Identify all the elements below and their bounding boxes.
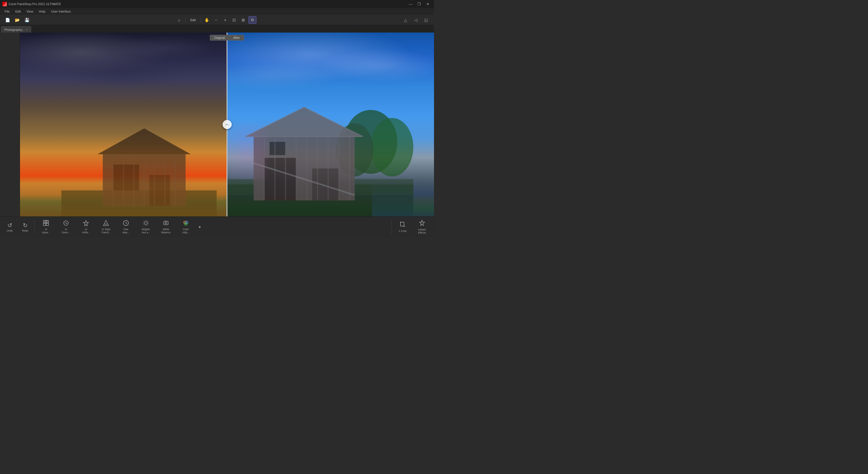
svg-point-56 — [184, 222, 187, 225]
expand-icon: ▾ — [199, 225, 201, 229]
redo-button[interactable]: ↻ Redo — [18, 218, 33, 236]
save-button[interactable]: 💾 — [23, 16, 31, 24]
crop-label: 1 Crop — [399, 229, 406, 233]
tab-close-button[interactable]: × — [26, 28, 28, 31]
minimize-button[interactable]: — — [407, 1, 414, 7]
undo-button[interactable]: ↺ Undo — [2, 218, 17, 236]
svg-rect-35 — [43, 223, 46, 226]
canvas-size-button[interactable]: ◱ — [422, 16, 431, 24]
color-adj-button[interactable]: ColorAdju... — [176, 218, 195, 236]
color-adj-label: ColorAdju... — [182, 228, 190, 234]
ai-denoise-icon — [63, 220, 69, 227]
toolbar: 📄 📂 💾 ⌂ Edit ✋ − + ⊡ ⊞ ⧉ △ — [0, 15, 434, 25]
svg-rect-21 — [312, 168, 339, 200]
crop-icon — [399, 221, 406, 229]
canvas-area: Original After — [20, 33, 434, 216]
split-view-button[interactable]: ⧉ — [248, 16, 256, 24]
home-icon: ⌂ — [178, 18, 180, 22]
toolbar-center: ⌂ Edit ✋ − + ⊡ ⊞ ⧉ — [175, 16, 257, 24]
toolbar-right: △ ◁ ◱ — [401, 16, 431, 24]
main-area: Original After — [0, 33, 434, 216]
one-step-icon — [123, 220, 129, 227]
svg-rect-61 — [401, 222, 404, 226]
instant-effects-button[interactable]: InstantEffects — [412, 218, 432, 236]
after-image-panel — [227, 33, 434, 216]
expand-tools-button[interactable]: ▾ — [196, 218, 203, 236]
crop-view-icon: ⊞ — [242, 18, 245, 22]
split-handle[interactable]: ↔ — [222, 120, 231, 129]
fit-button[interactable]: ⊡ — [230, 16, 238, 24]
ai-upscale-button[interactable]: AIUpsa... — [36, 218, 56, 236]
original-label[interactable]: Original — [210, 35, 229, 40]
close-button[interactable]: ✕ — [424, 1, 432, 7]
one-step-button[interactable]: Onestep... — [116, 218, 135, 236]
document-tab[interactable]: Photography... × — [1, 26, 31, 33]
split-divider[interactable]: ↔ — [227, 33, 227, 216]
sunset-glow — [20, 143, 227, 216]
redo-label: Redo — [22, 229, 28, 232]
open-button[interactable]: 📂 — [13, 16, 21, 24]
toolbar-separator-2 — [200, 17, 200, 23]
bottom-toolbar: ↺ Undo ↻ Redo AIUpsa... AIDeno... — [0, 216, 434, 237]
brightness-button[interactable]: Brightness a... — [136, 218, 156, 236]
ai-style-icon — [103, 220, 109, 227]
split-icon: ⧉ — [251, 18, 254, 22]
zoom-out-button[interactable]: − — [212, 16, 220, 24]
titlebar-controls: — ❐ ✕ — [407, 1, 432, 7]
rotate-left-button[interactable]: △ — [401, 16, 410, 24]
original-image-panel — [20, 33, 227, 216]
menu-ui[interactable]: User Interface — [49, 9, 73, 14]
app-title: Corel PaintShop Pro 2021 ULTIMATE — [8, 2, 61, 6]
color-adj-icon — [183, 220, 189, 227]
undo-icon: ↺ — [7, 222, 12, 229]
svg-line-47 — [144, 221, 145, 221]
crop-view-button[interactable]: ⊞ — [239, 16, 247, 24]
restore-button[interactable]: ❐ — [415, 1, 423, 7]
svg-line-48 — [148, 224, 148, 225]
menu-view[interactable]: View — [24, 9, 36, 14]
flip-button[interactable]: ◁ — [411, 16, 420, 24]
svg-marker-38 — [83, 220, 89, 226]
split-handle-icon: ↔ — [225, 122, 229, 127]
hand-icon: ✋ — [205, 18, 209, 22]
hand-tool-button[interactable]: ✋ — [203, 16, 211, 24]
ai-style-button[interactable]: AI StyleTransf... — [96, 218, 116, 236]
ai-artifact-button[interactable]: AIArtifa... — [76, 218, 96, 236]
crop-tool-button[interactable]: 1 Crop — [393, 218, 412, 236]
ai-upscale-icon — [43, 220, 49, 227]
ai-upscale-label: AIUpsa... — [42, 228, 50, 234]
before-after-labels: Original After — [210, 35, 244, 40]
zoom-in-button[interactable]: + — [221, 16, 229, 24]
instant-effects-icon — [419, 220, 425, 227]
toolbar-left: 📄 📂 💾 — [3, 16, 31, 24]
white-balance-icon — [163, 220, 169, 227]
svg-rect-20 — [265, 158, 297, 200]
svg-marker-62 — [420, 220, 425, 226]
ai-denoise-button[interactable]: AIDeno... — [56, 218, 76, 236]
ai-style-label: AI StyleTransf... — [101, 228, 111, 234]
new-button[interactable]: 📄 — [3, 16, 11, 24]
titlebar: Corel PaintShop Pro 2021 ULTIMATE — ❐ ✕ — [0, 0, 434, 8]
menu-help[interactable]: Help — [36, 9, 48, 14]
svg-point-52 — [165, 222, 167, 224]
menu-file[interactable]: File — [2, 9, 12, 14]
zoom-in-icon: + — [224, 18, 226, 22]
svg-point-42 — [145, 222, 147, 224]
after-label[interactable]: After — [229, 35, 244, 40]
home-button[interactable]: ⌂ — [175, 16, 183, 24]
sky-glow — [372, 180, 434, 216]
menu-edit[interactable]: Edit — [13, 9, 23, 14]
titlebar-left: Corel PaintShop Pro 2021 ULTIMATE — [2, 2, 61, 6]
edit-label: Edit — [188, 18, 198, 22]
one-step-label: Onestep... — [123, 228, 130, 234]
rotate-left-icon: △ — [404, 18, 407, 22]
menubar: File Edit View Help User Interface — [0, 8, 434, 15]
app-logo-icon — [2, 2, 7, 6]
left-sidebar — [0, 33, 20, 216]
svg-rect-51 — [164, 221, 168, 225]
ai-artifact-label: AIArtifa... — [82, 228, 90, 234]
white-balance-button[interactable]: WhiteBalance — [156, 218, 176, 236]
svg-rect-36 — [46, 223, 49, 226]
fit-icon: ⊡ — [232, 18, 236, 22]
white-balance-label: WhiteBalance — [161, 228, 171, 234]
